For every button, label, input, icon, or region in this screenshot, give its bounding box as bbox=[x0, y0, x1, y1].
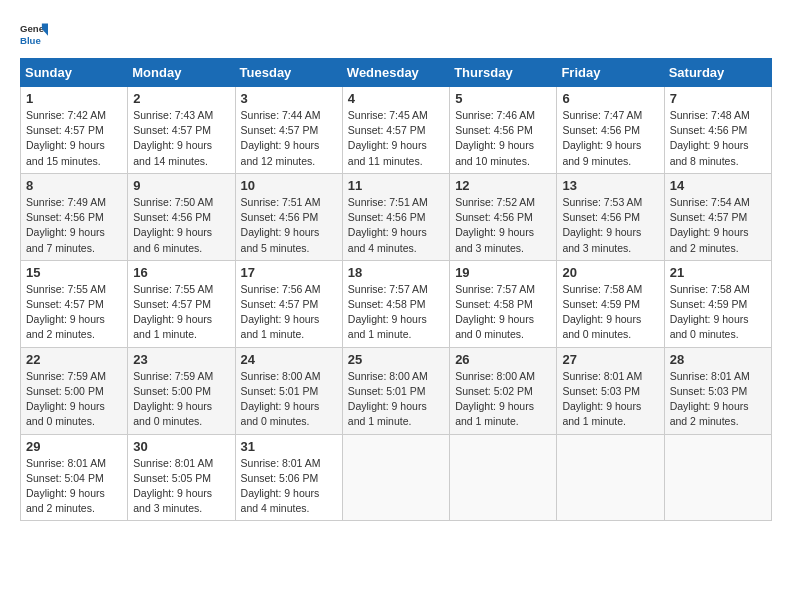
calendar-cell bbox=[342, 434, 449, 521]
daylight: Daylight: 9 hours and 2 minutes. bbox=[670, 226, 749, 253]
calendar-cell: 25Sunrise: 8:00 AMSunset: 5:01 PMDayligh… bbox=[342, 347, 449, 434]
sunrise: Sunrise: 7:58 AM bbox=[562, 283, 642, 295]
sunset: Sunset: 5:03 PM bbox=[670, 385, 748, 397]
sunrise: Sunrise: 8:00 AM bbox=[348, 370, 428, 382]
sunset: Sunset: 4:56 PM bbox=[562, 124, 640, 136]
day-info: Sunrise: 8:00 AMSunset: 5:01 PMDaylight:… bbox=[241, 369, 337, 430]
daylight: Daylight: 9 hours and 1 minute. bbox=[241, 313, 320, 340]
daylight: Daylight: 9 hours and 9 minutes. bbox=[562, 139, 641, 166]
day-info: Sunrise: 8:00 AMSunset: 5:01 PMDaylight:… bbox=[348, 369, 444, 430]
calendar-cell: 12Sunrise: 7:52 AMSunset: 4:56 PMDayligh… bbox=[450, 173, 557, 260]
calendar-cell: 29Sunrise: 8:01 AMSunset: 5:04 PMDayligh… bbox=[21, 434, 128, 521]
daylight: Daylight: 9 hours and 8 minutes. bbox=[670, 139, 749, 166]
calendar-cell: 14Sunrise: 7:54 AMSunset: 4:57 PMDayligh… bbox=[664, 173, 771, 260]
calendar-cell: 31Sunrise: 8:01 AMSunset: 5:06 PMDayligh… bbox=[235, 434, 342, 521]
day-number: 25 bbox=[348, 352, 444, 367]
calendar-cell: 7Sunrise: 7:48 AMSunset: 4:56 PMDaylight… bbox=[664, 87, 771, 174]
weekday-header: Friday bbox=[557, 59, 664, 87]
day-info: Sunrise: 8:00 AMSunset: 5:02 PMDaylight:… bbox=[455, 369, 551, 430]
sunrise: Sunrise: 7:57 AM bbox=[455, 283, 535, 295]
day-info: Sunrise: 7:58 AMSunset: 4:59 PMDaylight:… bbox=[670, 282, 766, 343]
sunrise: Sunrise: 8:00 AM bbox=[455, 370, 535, 382]
sunset: Sunset: 5:06 PM bbox=[241, 472, 319, 484]
day-number: 9 bbox=[133, 178, 229, 193]
day-number: 21 bbox=[670, 265, 766, 280]
calendar-cell: 16Sunrise: 7:55 AMSunset: 4:57 PMDayligh… bbox=[128, 260, 235, 347]
daylight: Daylight: 9 hours and 0 minutes. bbox=[133, 400, 212, 427]
calendar-header: SundayMondayTuesdayWednesdayThursdayFrid… bbox=[21, 59, 772, 87]
sunrise: Sunrise: 8:01 AM bbox=[562, 370, 642, 382]
sunset: Sunset: 5:02 PM bbox=[455, 385, 533, 397]
sunset: Sunset: 4:56 PM bbox=[455, 211, 533, 223]
day-number: 17 bbox=[241, 265, 337, 280]
day-info: Sunrise: 7:53 AMSunset: 4:56 PMDaylight:… bbox=[562, 195, 658, 256]
day-number: 4 bbox=[348, 91, 444, 106]
sunrise: Sunrise: 7:44 AM bbox=[241, 109, 321, 121]
sunset: Sunset: 4:56 PM bbox=[26, 211, 104, 223]
daylight: Daylight: 9 hours and 0 minutes. bbox=[455, 313, 534, 340]
calendar-cell: 26Sunrise: 8:00 AMSunset: 5:02 PMDayligh… bbox=[450, 347, 557, 434]
calendar-cell: 20Sunrise: 7:58 AMSunset: 4:59 PMDayligh… bbox=[557, 260, 664, 347]
sunset: Sunset: 4:57 PM bbox=[26, 124, 104, 136]
sunrise: Sunrise: 7:56 AM bbox=[241, 283, 321, 295]
svg-text:Blue: Blue bbox=[20, 35, 41, 46]
daylight: Daylight: 9 hours and 4 minutes. bbox=[241, 487, 320, 514]
calendar-cell: 27Sunrise: 8:01 AMSunset: 5:03 PMDayligh… bbox=[557, 347, 664, 434]
daylight: Daylight: 9 hours and 1 minute. bbox=[133, 313, 212, 340]
calendar-cell bbox=[450, 434, 557, 521]
daylight: Daylight: 9 hours and 0 minutes. bbox=[562, 313, 641, 340]
day-info: Sunrise: 8:01 AMSunset: 5:05 PMDaylight:… bbox=[133, 456, 229, 517]
sunrise: Sunrise: 7:54 AM bbox=[670, 196, 750, 208]
sunset: Sunset: 5:00 PM bbox=[133, 385, 211, 397]
calendar-cell: 3Sunrise: 7:44 AMSunset: 4:57 PMDaylight… bbox=[235, 87, 342, 174]
daylight: Daylight: 9 hours and 4 minutes. bbox=[348, 226, 427, 253]
sunset: Sunset: 4:56 PM bbox=[241, 211, 319, 223]
daylight: Daylight: 9 hours and 2 minutes. bbox=[670, 400, 749, 427]
day-number: 5 bbox=[455, 91, 551, 106]
day-info: Sunrise: 7:56 AMSunset: 4:57 PMDaylight:… bbox=[241, 282, 337, 343]
calendar-cell bbox=[664, 434, 771, 521]
sunset: Sunset: 5:05 PM bbox=[133, 472, 211, 484]
daylight: Daylight: 9 hours and 1 minute. bbox=[562, 400, 641, 427]
day-info: Sunrise: 7:57 AMSunset: 4:58 PMDaylight:… bbox=[348, 282, 444, 343]
logo: General Blue bbox=[20, 20, 54, 48]
sunrise: Sunrise: 8:00 AM bbox=[241, 370, 321, 382]
day-info: Sunrise: 7:46 AMSunset: 4:56 PMDaylight:… bbox=[455, 108, 551, 169]
day-info: Sunrise: 7:48 AMSunset: 4:56 PMDaylight:… bbox=[670, 108, 766, 169]
calendar-cell: 21Sunrise: 7:58 AMSunset: 4:59 PMDayligh… bbox=[664, 260, 771, 347]
sunrise: Sunrise: 7:59 AM bbox=[26, 370, 106, 382]
sunrise: Sunrise: 7:55 AM bbox=[26, 283, 106, 295]
sunrise: Sunrise: 8:01 AM bbox=[670, 370, 750, 382]
sunset: Sunset: 4:56 PM bbox=[562, 211, 640, 223]
day-number: 7 bbox=[670, 91, 766, 106]
weekday-header: Monday bbox=[128, 59, 235, 87]
daylight: Daylight: 9 hours and 3 minutes. bbox=[562, 226, 641, 253]
sunset: Sunset: 4:57 PM bbox=[26, 298, 104, 310]
logo-icon: General Blue bbox=[20, 20, 48, 48]
calendar-cell: 1Sunrise: 7:42 AMSunset: 4:57 PMDaylight… bbox=[21, 87, 128, 174]
day-info: Sunrise: 7:52 AMSunset: 4:56 PMDaylight:… bbox=[455, 195, 551, 256]
sunset: Sunset: 4:57 PM bbox=[241, 298, 319, 310]
daylight: Daylight: 9 hours and 1 minute. bbox=[455, 400, 534, 427]
day-info: Sunrise: 7:42 AMSunset: 4:57 PMDaylight:… bbox=[26, 108, 122, 169]
day-number: 6 bbox=[562, 91, 658, 106]
calendar-cell: 28Sunrise: 8:01 AMSunset: 5:03 PMDayligh… bbox=[664, 347, 771, 434]
sunrise: Sunrise: 7:58 AM bbox=[670, 283, 750, 295]
day-number: 18 bbox=[348, 265, 444, 280]
sunset: Sunset: 4:56 PM bbox=[670, 124, 748, 136]
daylight: Daylight: 9 hours and 0 minutes. bbox=[241, 400, 320, 427]
sunset: Sunset: 5:03 PM bbox=[562, 385, 640, 397]
day-number: 13 bbox=[562, 178, 658, 193]
sunset: Sunset: 4:58 PM bbox=[455, 298, 533, 310]
day-number: 20 bbox=[562, 265, 658, 280]
daylight: Daylight: 9 hours and 2 minutes. bbox=[26, 313, 105, 340]
calendar-table: SundayMondayTuesdayWednesdayThursdayFrid… bbox=[20, 58, 772, 521]
calendar-cell: 8Sunrise: 7:49 AMSunset: 4:56 PMDaylight… bbox=[21, 173, 128, 260]
sunrise: Sunrise: 7:59 AM bbox=[133, 370, 213, 382]
sunrise: Sunrise: 8:01 AM bbox=[241, 457, 321, 469]
calendar-cell: 6Sunrise: 7:47 AMSunset: 4:56 PMDaylight… bbox=[557, 87, 664, 174]
calendar-cell: 22Sunrise: 7:59 AMSunset: 5:00 PMDayligh… bbox=[21, 347, 128, 434]
daylight: Daylight: 9 hours and 7 minutes. bbox=[26, 226, 105, 253]
day-number: 19 bbox=[455, 265, 551, 280]
sunrise: Sunrise: 7:45 AM bbox=[348, 109, 428, 121]
